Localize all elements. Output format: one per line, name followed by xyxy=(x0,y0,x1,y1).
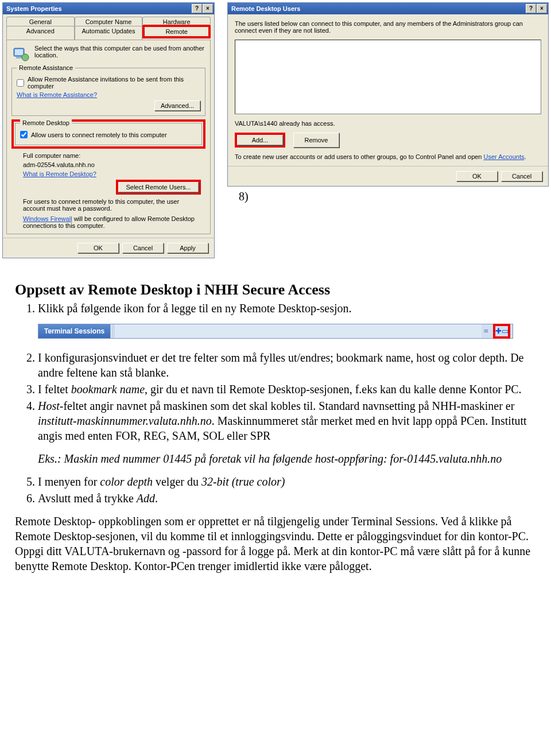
ts-title: Terminal Sessions xyxy=(38,324,110,338)
ok-button[interactable]: OK xyxy=(77,243,119,253)
ra-checkbox-label: Allow Remote Assistance invitations to b… xyxy=(28,76,200,90)
list-item: Avslutt med å trykke Add. xyxy=(38,491,536,506)
list-item: Klikk på følgende ikon for å legge til e… xyxy=(38,301,536,316)
help-button[interactable]: ? xyxy=(526,4,536,13)
list-item: I konfigurasjonsvinduet er det tre felte… xyxy=(38,350,536,380)
intro-text: Select the ways that this computer can b… xyxy=(34,45,205,63)
user-accounts-link[interactable]: User Accounts xyxy=(484,153,525,160)
close-icon[interactable]: × xyxy=(537,4,547,13)
ra-help-link[interactable]: What is Remote Assistance? xyxy=(17,91,97,98)
tab-remote[interactable]: Remote xyxy=(142,25,211,38)
remote-assistance-group: Remote Assistance Allow Remote Assistanc… xyxy=(11,68,205,116)
add-button[interactable]: Add... xyxy=(237,135,283,145)
svg-rect-2 xyxy=(16,57,22,59)
remote-desktop-group: Remote Desktop Allow users to connect re… xyxy=(15,123,202,145)
window-title: Remote Desktop Users xyxy=(231,5,300,12)
ok-button[interactable]: OK xyxy=(456,171,498,181)
close-icon[interactable]: × xyxy=(203,4,213,13)
step-8-marker: 8) xyxy=(239,190,549,203)
instruction-list-cont: I konfigurasjonsvinduet er det tre felte… xyxy=(15,350,536,443)
group-legend: Remote Assistance xyxy=(17,64,75,71)
rd-legend: Remote Desktop xyxy=(20,119,72,126)
help-button[interactable]: ? xyxy=(192,4,202,13)
list-item: I menyen for color depth velger du 32-bi… xyxy=(38,474,536,489)
document-body: Oppsett av Remote Desktop i NHH Secure A… xyxy=(0,258,551,596)
titlebar: Remote Desktop Users ? × xyxy=(228,3,548,14)
tab-general[interactable]: General xyxy=(6,17,75,26)
rd-allow-checkbox[interactable] xyxy=(20,131,28,138)
ra-advanced-button[interactable]: Advanced... xyxy=(154,100,200,111)
doc-heading: Oppsett av Remote Desktop i NHH Secure A… xyxy=(15,281,536,298)
rd-allow-label: Allow users to connect remotely to this … xyxy=(31,131,167,138)
rd-fullname-label: Full computer name: xyxy=(23,152,201,159)
system-properties-window: System Properties ? × General Computer N… xyxy=(2,2,215,258)
rd-help-link[interactable]: What is Remote Desktop? xyxy=(23,170,96,177)
titlebar: System Properties ? × xyxy=(3,3,214,14)
list-item: Host-feltet angir navnet på maskinen som… xyxy=(38,398,536,443)
users-intro: The users listed below can connect to th… xyxy=(235,20,541,34)
users-listbox[interactable] xyxy=(235,40,541,114)
ra-checkbox[interactable] xyxy=(17,79,24,87)
cancel-button[interactable]: Cancel xyxy=(501,171,542,181)
instruction-list: Klikk på følgende ikon for å legge til e… xyxy=(15,301,536,316)
apply-button[interactable]: Apply xyxy=(167,243,208,253)
access-line: VALUTA\s1440 already has access. xyxy=(235,120,541,127)
list-item: I feltet bookmark name, gir du et navn t… xyxy=(38,382,536,397)
svg-rect-1 xyxy=(15,49,23,55)
tab-computer-name[interactable]: Computer Name xyxy=(75,17,143,26)
users-note: To create new user accounts or add users… xyxy=(235,153,484,160)
tab-advanced[interactable]: Advanced xyxy=(6,26,75,40)
remote-users-window: Remote Desktop Users ? × The users liste… xyxy=(227,2,549,187)
example-text: Eks.: Maskin med nummer 01445 på foretak… xyxy=(38,451,536,466)
cancel-button[interactable]: Cancel xyxy=(122,243,164,253)
svg-point-3 xyxy=(22,54,29,61)
grip-icon xyxy=(110,324,115,338)
remove-button[interactable]: Remove xyxy=(293,133,339,148)
windows-firewall-link[interactable]: Windows Firewall xyxy=(23,215,72,222)
rd-password-note: For users to connect remotely to this co… xyxy=(23,198,201,212)
select-remote-users-button[interactable]: Select Remote Users... xyxy=(118,182,199,192)
rd-fullname: adm-02554.valuta.nhh.no xyxy=(23,161,201,168)
add-session-icon[interactable]: ✚▭ xyxy=(493,324,510,339)
computer-icon xyxy=(11,45,30,63)
tabs: General Computer Name Hardware Advanced … xyxy=(3,14,214,40)
terminal-sessions-bar: Terminal Sessions ≡ ✚▭ xyxy=(38,324,513,339)
window-title: System Properties xyxy=(6,5,62,12)
ts-body xyxy=(115,324,482,338)
preferences-icon[interactable]: ≡ xyxy=(482,327,491,336)
tab-content: Select the ways that this computer can b… xyxy=(6,40,211,234)
tab-automatic-updates[interactable]: Automatic Updates xyxy=(75,26,143,40)
instruction-list-cont2: I menyen for color depth velger du 32-bi… xyxy=(15,474,536,506)
final-paragraph: Remote Desktop- oppkoblingen som er oppr… xyxy=(15,514,536,573)
